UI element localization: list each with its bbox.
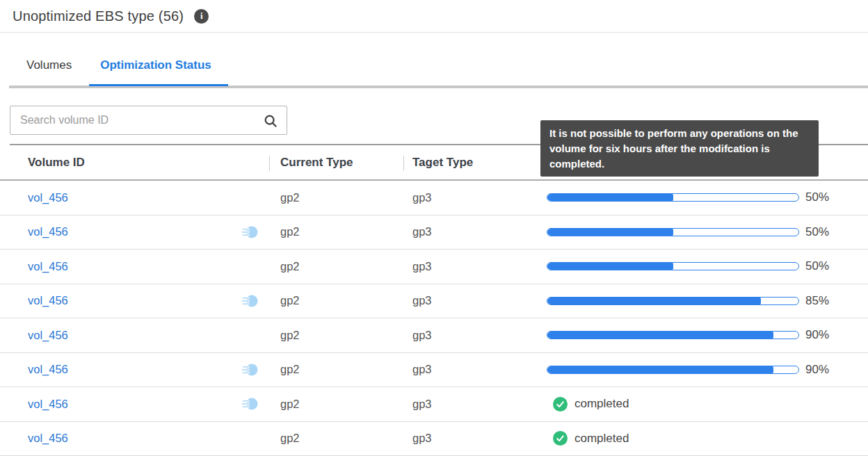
current-type-cell: gp2 — [269, 318, 403, 352]
current-type-cell: gp2 — [269, 215, 403, 250]
volumes-table: It is not possible to perform any operat… — [0, 144, 868, 456]
progress-bar-fill — [547, 332, 773, 339]
volume-id-link[interactable]: vol_456 — [28, 432, 68, 445]
volume-id-link[interactable]: vol_456 — [28, 329, 68, 342]
check-circle-icon — [553, 397, 568, 412]
current-type-cell: gp2 — [269, 422, 403, 456]
column-header-volume-id[interactable]: Volume ID — [0, 145, 269, 179]
table-row: vol_456 gp2 gp3 50% — [0, 181, 868, 215]
progress-bar — [547, 193, 799, 202]
progress-bar-fill — [547, 194, 673, 201]
progress-bar-fill — [547, 298, 761, 304]
volume-id-link[interactable]: vol_456 — [28, 225, 68, 238]
volume-id-link[interactable]: vol_456 — [28, 363, 68, 376]
fast-transfer-icon — [241, 292, 259, 310]
fast-transfer-icon — [241, 395, 259, 413]
fast-transfer-icon — [241, 361, 259, 379]
target-type-cell: gp3 — [403, 387, 540, 421]
modification-status-cell: 90% — [540, 353, 868, 387]
current-type-cell: gp2 — [269, 284, 403, 318]
target-type-cell: gp3 — [403, 181, 540, 215]
progress-percent: 85% — [805, 294, 829, 308]
table-row: vol_456 gp2 gp3 completed — [0, 387, 868, 422]
search-input[interactable] — [10, 106, 287, 134]
current-type-cell: gp2 — [269, 181, 403, 215]
status-label: completed — [574, 397, 629, 411]
modification-status-cell: completed — [540, 422, 868, 456]
progress-percent: 50% — [805, 190, 829, 204]
table-row: vol_456 gp2 gp3 completed — [0, 422, 868, 456]
modification-status-tooltip: It is not possible to perform any operat… — [540, 120, 819, 177]
progress-percent: 90% — [805, 363, 829, 377]
modification-status-cell: 50% — [540, 181, 868, 215]
progress-bar-fill — [547, 229, 673, 236]
modification-status-cell: completed — [540, 387, 868, 421]
volume-id-cell: vol_456 — [0, 284, 269, 318]
target-type-cell: gp3 — [403, 284, 540, 318]
progress-bar — [547, 366, 799, 374]
progress-bar — [547, 262, 799, 270]
modification-status-cell: 50% — [540, 250, 868, 284]
column-header-current-type[interactable]: Current Type — [269, 145, 403, 179]
status-completed: completed — [547, 397, 629, 412]
volume-id-link[interactable]: vol_456 — [28, 191, 68, 204]
page-title: Unoptimized EBS type (56) — [13, 8, 184, 24]
tabs: Volumes Optimization Status — [0, 33, 868, 72]
current-type-cell: gp2 — [269, 387, 403, 421]
progress-bar — [547, 228, 799, 236]
volume-id-cell: vol_456 — [0, 422, 269, 456]
volume-id-cell: vol_456 — [0, 353, 269, 387]
target-type-cell: gp3 — [403, 215, 540, 250]
volume-id-cell: vol_456 — [0, 387, 269, 421]
info-icon[interactable]: i — [194, 9, 209, 24]
volume-id-cell: vol_456 — [0, 181, 269, 215]
tabs-section: Volumes Optimization Status — [0, 33, 868, 88]
table-row: vol_456 gp2 gp3 50% — [0, 215, 868, 250]
modification-status-cell: 50% — [540, 215, 868, 250]
target-type-cell: gp3 — [403, 422, 540, 456]
fast-transfer-icon — [241, 223, 259, 241]
table-row: vol_456 gp2 gp3 90% — [0, 353, 868, 388]
progress-percent: 50% — [805, 259, 829, 273]
progress-bar — [547, 297, 799, 305]
target-type-cell: gp3 — [403, 250, 540, 284]
target-type-cell: gp3 — [403, 353, 540, 387]
search-box — [10, 106, 287, 135]
search-icon[interactable] — [263, 113, 278, 129]
progress-bar-fill — [547, 366, 773, 373]
volume-id-link[interactable]: vol_456 — [28, 398, 68, 411]
progress-percent: 50% — [805, 225, 829, 239]
column-header-target-type[interactable]: Taget Type — [403, 145, 540, 179]
volume-id-cell: vol_456 — [0, 215, 269, 250]
tab-optimization-status[interactable]: Optimization Status — [100, 58, 211, 72]
current-type-cell: gp2 — [269, 250, 403, 284]
target-type-cell: gp3 — [403, 318, 540, 352]
tab-volumes[interactable]: Volumes — [26, 58, 72, 72]
table-row: vol_456 gp2 gp3 85% — [0, 284, 868, 319]
status-completed: completed — [547, 431, 629, 446]
volume-id-cell: vol_456 — [0, 318, 269, 352]
volume-id-link[interactable]: vol_456 — [28, 260, 68, 273]
volume-id-link[interactable]: vol_456 — [28, 294, 68, 307]
progress-bar-fill — [547, 263, 673, 270]
current-type-cell: gp2 — [269, 353, 403, 387]
table-row: vol_456 gp2 gp3 50% — [0, 250, 868, 284]
page-header: Unoptimized EBS type (56) i — [0, 0, 868, 33]
progress-bar — [547, 331, 799, 339]
progress-percent: 90% — [805, 328, 829, 342]
active-tab-underline — [89, 84, 228, 86]
modification-status-cell: 85% — [540, 284, 868, 318]
modification-status-cell: 90% — [540, 318, 868, 352]
check-circle-icon — [553, 431, 568, 446]
table-body: vol_456 gp2 gp3 50% vol_456 gp2 gp3 50% … — [0, 181, 868, 456]
status-label: completed — [574, 432, 629, 446]
table-row: vol_456 gp2 gp3 90% — [0, 318, 868, 353]
volume-id-cell: vol_456 — [0, 250, 269, 284]
